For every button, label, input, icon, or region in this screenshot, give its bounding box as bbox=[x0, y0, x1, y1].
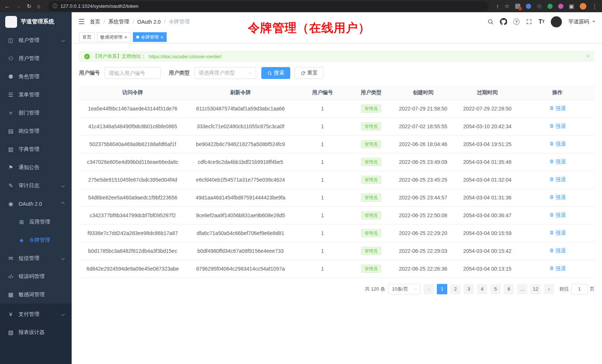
sidebar-item-audit-log[interactable]: ✎审计日志 bbox=[0, 176, 72, 195]
sidebar-item-dict[interactable]: ▥字典管理 bbox=[0, 140, 72, 158]
search-icon[interactable] bbox=[487, 19, 494, 25]
tab-groups-icon[interactable]: ▣ bbox=[569, 3, 574, 9]
sidebar-item-dept[interactable]: ⌗部门管理 bbox=[0, 104, 72, 122]
force-logout-button[interactable]: 强退 bbox=[549, 248, 566, 254]
refresh-token-cell: 9ce8ef2aa9f14056b831ae9b608e28d5 bbox=[186, 206, 295, 224]
search-button[interactable]: 搜索 bbox=[261, 67, 290, 79]
user-type-select[interactable]: 请选择用户类型 bbox=[194, 67, 256, 79]
tab-oauth2-token[interactable]: 令牌管理× bbox=[133, 32, 167, 42]
sidebar-item-pay[interactable]: ¥支付管理 bbox=[0, 305, 72, 323]
address-bar[interactable]: ⓘ 127.0.0.1:1024/system/oauth2/token bbox=[48, 1, 488, 11]
sidebar-item-error-code[interactable]: ‹/›错误码管理 bbox=[0, 267, 72, 285]
force-logout-button[interactable]: 强退 bbox=[549, 105, 566, 112]
user-name[interactable]: 芋道源码 bbox=[568, 19, 589, 25]
access-token-cell: c347026e805e4d99b0d116eae66eda8c bbox=[79, 153, 186, 171]
breadcrumb-item[interactable]: 首页 bbox=[90, 19, 100, 25]
page-button-3[interactable]: 3 bbox=[464, 284, 474, 294]
force-logout-button[interactable]: 强退 bbox=[549, 159, 566, 165]
tab-close-icon[interactable]: × bbox=[161, 35, 164, 40]
force-logout-button[interactable]: 强退 bbox=[549, 176, 566, 183]
next-page-button[interactable]: › bbox=[544, 284, 554, 294]
goto-page: 前往 页 bbox=[559, 284, 595, 294]
refresh-token-cell: cdfc4ce9c2da4bb1bdf21b9918ff4be5 bbox=[186, 153, 295, 171]
tabs-bar: 首页敏感词管理×令牌管理× bbox=[72, 31, 602, 43]
sidebar-item-tenant[interactable]: ◫租户管理 bbox=[0, 31, 72, 49]
browser-profile-avatar[interactable] bbox=[580, 3, 586, 10]
goto-page-input[interactable] bbox=[571, 284, 588, 294]
access-token-cell: 1ea5e44f8bc1467aaede43144f31de76 bbox=[79, 100, 186, 118]
page-button-1[interactable]: 1 bbox=[437, 284, 447, 294]
sidebar-toggle-icon[interactable]: ☰ bbox=[78, 17, 85, 26]
force-logout-button[interactable]: 强退 bbox=[549, 265, 566, 272]
column-header: 访问令牌 bbox=[79, 86, 186, 100]
tab-home[interactable]: 首页 bbox=[79, 32, 95, 42]
alert-close-icon[interactable]: × bbox=[586, 53, 589, 60]
chevron-down-icon[interactable] bbox=[592, 21, 595, 23]
user-avatar[interactable] bbox=[551, 16, 562, 27]
tab-sensitive-word[interactable]: 敏感词管理× bbox=[97, 32, 131, 42]
reload-icon[interactable]: ↻ bbox=[27, 3, 32, 9]
share-icon[interactable]: ↑ bbox=[496, 3, 499, 9]
prev-page-button[interactable]: ‹ bbox=[423, 284, 434, 294]
chevron-down-icon bbox=[61, 257, 65, 260]
forward-icon[interactable]: → bbox=[16, 3, 21, 9]
extension-icon-dark[interactable] bbox=[537, 4, 542, 9]
user-id-cell: 1 bbox=[295, 260, 350, 278]
bookmark-star-icon[interactable]: ☆ bbox=[504, 3, 509, 9]
tab-close-icon[interactable]: × bbox=[124, 35, 127, 40]
site-info-icon[interactable]: ⓘ bbox=[53, 3, 58, 10]
app-window-icon: ⊞ bbox=[18, 219, 25, 225]
sidebar-item-label: 字典管理 bbox=[19, 146, 72, 153]
extension-icon-blue[interactable] bbox=[526, 4, 531, 9]
force-logout-button[interactable]: 强退 bbox=[549, 194, 566, 201]
browser-menu-icon[interactable]: ⋮ bbox=[592, 3, 598, 9]
force-logout-button[interactable]: 强退 bbox=[549, 230, 566, 236]
doc-link[interactable]: https://doc.iocoder.cn/user-center/ bbox=[149, 54, 222, 59]
fullscreen-icon[interactable] bbox=[526, 19, 532, 25]
sidebar-item-report-designer[interactable]: ▧报表设计器 bbox=[0, 323, 72, 341]
sidebar-item-role[interactable]: ⚉角色管理 bbox=[0, 67, 72, 86]
app-logo[interactable]: 芋道管理系统 bbox=[0, 12, 72, 31]
expire-time-cell: 2054-03-04 01:31:36 bbox=[454, 189, 520, 206]
extension-icon-purple[interactable] bbox=[558, 4, 563, 9]
help-icon[interactable]: ? bbox=[513, 19, 520, 25]
create-time-cell: 2022-06-25 23:44:57 bbox=[392, 189, 454, 206]
breadcrumb-separator: / bbox=[104, 19, 105, 25]
page-button-5[interactable]: 5 bbox=[490, 284, 501, 294]
github-icon[interactable] bbox=[500, 18, 507, 25]
force-logout-button[interactable]: 强退 bbox=[549, 212, 566, 219]
home-icon[interactable]: ⌂ bbox=[37, 3, 40, 9]
user-id-input[interactable] bbox=[104, 67, 161, 79]
force-logout-button[interactable]: 强退 bbox=[549, 123, 566, 130]
search-icon bbox=[267, 71, 272, 76]
sidebar-item-user[interactable]: ⚇用户管理 bbox=[0, 49, 72, 67]
sidebar-item-label: OAuth 2.0 bbox=[19, 201, 57, 207]
page-button-12[interactable]: 12 bbox=[530, 284, 541, 294]
user-type-badge: 管理员 bbox=[361, 176, 381, 184]
sidebar-item-label: 租户管理 bbox=[19, 37, 57, 44]
extensions-icon[interactable] bbox=[515, 4, 520, 9]
sidebar-item-oauth2[interactable]: ◉OAuth 2.0 bbox=[0, 195, 72, 213]
sidebar-item-menu[interactable]: ☰菜单管理 bbox=[0, 86, 72, 104]
sidebar-item-sensitive-word[interactable]: ▦敏感词管理 bbox=[0, 285, 72, 304]
extension-icon-green[interactable] bbox=[547, 4, 553, 9]
page-size-select[interactable]: 10条/页 bbox=[388, 284, 421, 294]
sms-message-icon: ✉ bbox=[7, 255, 14, 262]
sidebar-item-post[interactable]: ▤岗位管理 bbox=[0, 122, 72, 140]
sidebar-item-sms[interactable]: ✉短信管理 bbox=[0, 249, 72, 267]
alert-text: 【用户体系】文档地址： bbox=[93, 53, 146, 60]
sidebar-item-oauth2-app[interactable]: ⊞应用管理 bbox=[0, 213, 72, 231]
breadcrumb-item[interactable]: 系统管理 bbox=[108, 19, 129, 25]
page-more-button[interactable]: ... bbox=[517, 284, 527, 294]
back-icon[interactable]: ← bbox=[4, 3, 10, 9]
breadcrumb-item[interactable]: OAuth 2.0 bbox=[137, 19, 161, 25]
user-id-cell: 1 bbox=[295, 135, 350, 153]
force-logout-button[interactable]: 强退 bbox=[549, 141, 566, 148]
sidebar-item-notice[interactable]: ⚑通知公告 bbox=[0, 158, 72, 176]
page-button-2[interactable]: 2 bbox=[450, 284, 461, 294]
reset-button[interactable]: 重置 bbox=[295, 67, 324, 79]
sidebar-item-oauth2-token[interactable]: ◈令牌管理 bbox=[0, 231, 72, 249]
page-button-4[interactable]: 4 bbox=[477, 284, 487, 294]
font-size-icon[interactable]: TT bbox=[539, 19, 544, 25]
page-button-6[interactable]: 6 bbox=[504, 284, 514, 294]
